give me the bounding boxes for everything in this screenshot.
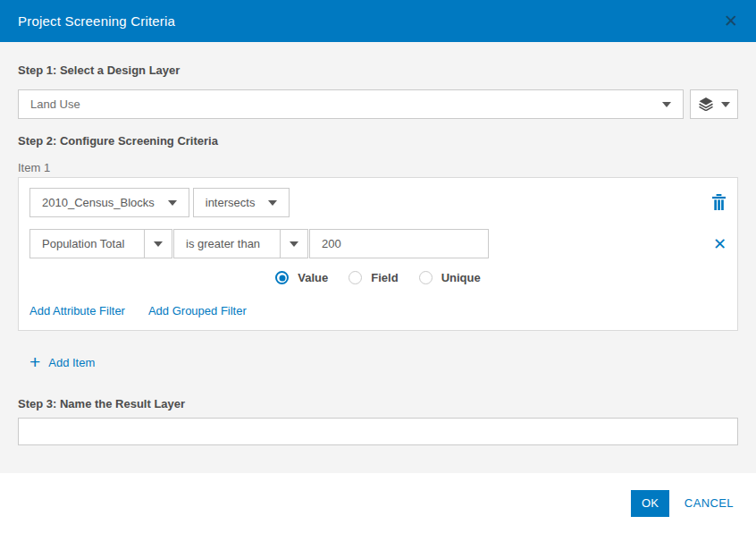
dialog-title: Project Screening Criteria bbox=[18, 13, 175, 29]
cancel-button[interactable]: CANCEL bbox=[685, 496, 734, 510]
layer-options-button[interactable] bbox=[690, 89, 738, 119]
filter-field-value: Population Total bbox=[30, 230, 144, 258]
result-layer-name-input[interactable] bbox=[18, 418, 738, 445]
design-layer-row: Land Use bbox=[18, 89, 738, 119]
close-x-icon: ✕ bbox=[713, 236, 727, 252]
radio-field[interactable] bbox=[349, 271, 362, 284]
expression-row: 2010_Census_Blocks intersects bbox=[29, 188, 727, 217]
remove-filter-button[interactable]: ✕ bbox=[713, 236, 727, 252]
value-type-radio-group: Value Field Unique bbox=[29, 271, 727, 284]
screening-layer-select[interactable]: 2010_Census_Blocks bbox=[29, 188, 189, 217]
filter-operator-value: is greater than bbox=[174, 230, 280, 258]
item-label: Item 1 bbox=[18, 161, 738, 174]
filter-operator-select[interactable]: is greater than bbox=[173, 229, 308, 258]
add-item-label: Add Item bbox=[48, 356, 95, 369]
radio-option-unique: Unique bbox=[419, 271, 481, 284]
attribute-filter-row: Population Total is greater than ✕ bbox=[29, 229, 727, 258]
add-item-button[interactable]: + Add Item bbox=[18, 355, 738, 369]
trash-icon bbox=[711, 194, 727, 211]
ok-button[interactable]: OK bbox=[631, 490, 669, 517]
project-screening-criteria-dialog: Project Screening Criteria ✕ Step 1: Sel… bbox=[0, 0, 756, 533]
step3-label: Step 3: Name the Result Layer bbox=[18, 397, 738, 410]
spatial-operator-value: intersects bbox=[206, 196, 256, 209]
design-layer-select[interactable]: Land Use bbox=[18, 89, 684, 119]
radio-value[interactable] bbox=[275, 271, 289, 284]
step2-label: Step 2: Configure Screening Criteria bbox=[18, 134, 738, 148]
dialog-header: Project Screening Criteria ✕ bbox=[0, 0, 756, 42]
delete-item-button[interactable] bbox=[711, 194, 727, 211]
chevron-down-icon bbox=[290, 241, 298, 247]
layers-icon bbox=[699, 97, 713, 111]
close-icon[interactable]: ✕ bbox=[724, 13, 738, 30]
radio-value-label: Value bbox=[298, 271, 328, 284]
screening-layer-value: 2010_Census_Blocks bbox=[42, 196, 155, 209]
design-layer-value: Land Use bbox=[30, 97, 80, 111]
filter-links-row: Add Attribute Filter Add Grouped Filter bbox=[29, 304, 727, 317]
chevron-down-icon bbox=[268, 200, 277, 206]
chevron-down-icon bbox=[721, 102, 730, 107]
step1-label: Step 1: Select a Design Layer bbox=[18, 63, 738, 77]
add-attribute-filter-link[interactable]: Add Attribute Filter bbox=[29, 304, 125, 317]
plus-icon: + bbox=[29, 355, 40, 369]
dialog-body: Step 1: Select a Design Layer Land Use S… bbox=[0, 42, 756, 473]
radio-option-field: Field bbox=[349, 271, 398, 284]
radio-option-value: Value bbox=[275, 271, 328, 284]
radio-field-label: Field bbox=[371, 271, 398, 284]
radio-unique-label: Unique bbox=[441, 271, 481, 284]
add-grouped-filter-link[interactable]: Add Grouped Filter bbox=[148, 304, 247, 317]
chevron-down-icon bbox=[154, 241, 163, 247]
screening-item-card: 2010_Census_Blocks intersects bbox=[18, 177, 738, 331]
filter-value-input[interactable] bbox=[309, 229, 489, 258]
radio-unique[interactable] bbox=[419, 271, 433, 284]
chevron-down-icon bbox=[662, 102, 671, 107]
dialog-footer: OK CANCEL bbox=[0, 473, 756, 533]
filter-field-select[interactable]: Population Total bbox=[29, 229, 172, 258]
chevron-down-icon bbox=[168, 200, 177, 206]
spatial-operator-select[interactable]: intersects bbox=[193, 188, 290, 217]
